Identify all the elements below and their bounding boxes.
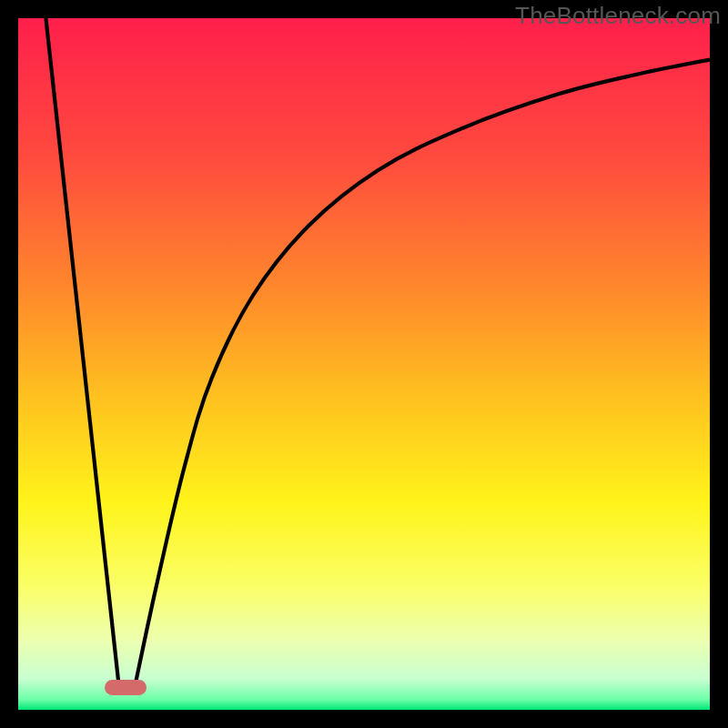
watermark-text: TheBottleneck.com (515, 2, 721, 30)
left-line-path (46, 18, 118, 682)
chart-frame: TheBottleneck.com (0, 0, 728, 728)
right-curve-path (136, 60, 710, 682)
dip-marker (105, 680, 147, 695)
plot-area (18, 18, 710, 710)
curve-layer (18, 18, 710, 710)
